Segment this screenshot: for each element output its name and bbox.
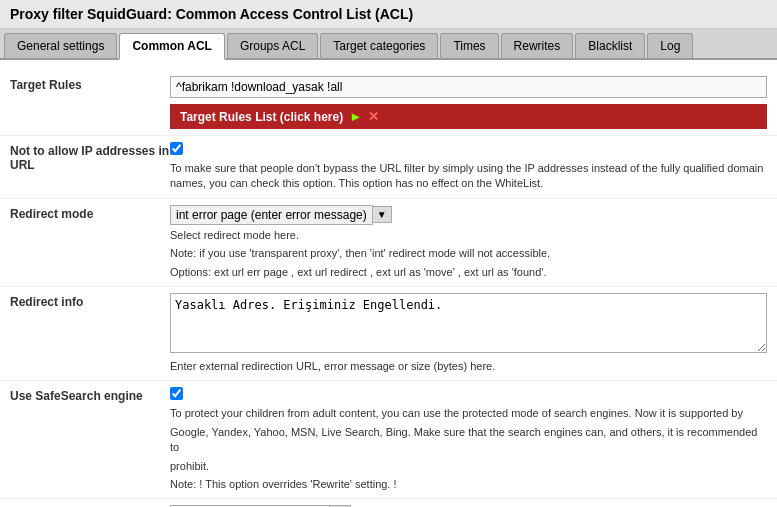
redirect-info-textarea[interactable]: Yasaklı Adres. Erişiminiz Engellendi.	[170, 293, 767, 353]
redirect-mode-dropdown-btn[interactable]: ▼	[373, 206, 392, 223]
tab-common-acl[interactable]: Common ACL	[119, 33, 225, 60]
redirect-mode-row: Redirect mode int error page (enter erro…	[0, 199, 777, 287]
add-icon[interactable]: ►	[349, 109, 362, 124]
tab-groups-acl[interactable]: Groups ACL	[227, 33, 318, 58]
redirect-mode-display: int error page (enter error message)	[170, 205, 373, 225]
safe-search-help3: prohibit.	[170, 459, 767, 474]
safe-search-field: To protect your children from adult cont…	[170, 387, 767, 492]
safe-search-help1: To protect your children from adult cont…	[170, 406, 767, 421]
redirect-mode-help1: Select redirect mode here.	[170, 228, 767, 243]
target-rules-row: Target Rules Target Rules List (click he…	[0, 70, 777, 136]
page-title: Proxy filter SquidGuard: Common Access C…	[0, 0, 777, 29]
redirect-mode-label: Redirect mode	[10, 205, 170, 221]
redirect-info-label: Redirect info	[10, 293, 170, 309]
rewrite-row: Rewrite ▼ none (rewrite not defined) bga…	[0, 499, 777, 507]
tab-rewrites[interactable]: Rewrites	[501, 33, 574, 58]
safe-search-help4: Note: ! This option overrides 'Rewrite' …	[170, 477, 767, 492]
tab-bar: General settings Common ACL Groups ACL T…	[0, 29, 777, 60]
delete-icon[interactable]: ✕	[368, 109, 379, 124]
safe-search-label: Use SafeSearch engine	[10, 387, 170, 403]
redirect-mode-field: int error page (enter error message) ▼ S…	[170, 205, 767, 280]
target-rules-label: Target Rules	[10, 76, 170, 92]
target-rules-field: Target Rules List (click here) ► ✕	[170, 76, 767, 129]
safe-search-checkbox[interactable]	[170, 387, 183, 400]
no-ip-checkbox[interactable]	[170, 142, 183, 155]
no-ip-row: Not to allow IP addresses in URL To make…	[0, 136, 777, 199]
tab-general-settings[interactable]: General settings	[4, 33, 117, 58]
redirect-info-row: Redirect info Yasaklı Adres. Erişiminiz …	[0, 287, 777, 381]
tab-target-categories[interactable]: Target categories	[320, 33, 438, 58]
redirect-mode-help3: Options: ext url err page , ext url redi…	[170, 265, 767, 280]
target-rules-bar-label: Target Rules List (click here)	[180, 110, 343, 124]
no-ip-field: To make sure that people don't bypass th…	[170, 142, 767, 192]
target-rules-bar[interactable]: Target Rules List (click here) ► ✕	[170, 104, 767, 129]
tab-times[interactable]: Times	[440, 33, 498, 58]
safe-search-help2: Google, Yandex, Yahoo, MSN, Live Search,…	[170, 425, 767, 456]
tab-log[interactable]: Log	[647, 33, 693, 58]
tab-blacklist[interactable]: Blacklist	[575, 33, 645, 58]
no-ip-label: Not to allow IP addresses in URL	[10, 142, 170, 172]
safe-search-row: Use SafeSearch engine To protect your ch…	[0, 381, 777, 499]
redirect-info-help: Enter external redirection URL, error me…	[170, 359, 767, 374]
redirect-info-field: Yasaklı Adres. Erişiminiz Engellendi. En…	[170, 293, 767, 374]
redirect-mode-help2: Note: if you use 'transparent proxy', th…	[170, 246, 767, 261]
target-rules-input[interactable]	[170, 76, 767, 98]
no-ip-help: To make sure that people don't bypass th…	[170, 161, 767, 192]
redirect-mode-select-wrap: int error page (enter error message) ▼	[170, 205, 767, 225]
main-content: Target Rules Target Rules List (click he…	[0, 60, 777, 507]
